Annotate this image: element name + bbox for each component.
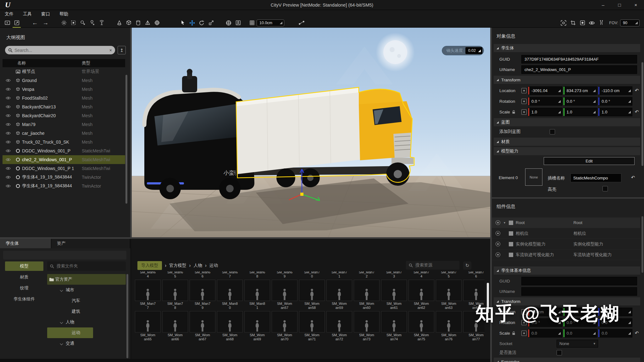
tree-item-交通[interactable]: 交通 <box>47 338 126 349</box>
asset-item[interactable]: SM_Woman71 <box>299 311 325 341</box>
outliner-row[interactable]: Man79Mesh <box>3 120 125 129</box>
asset-item[interactable]: SM_Woman59 <box>326 280 352 310</box>
chevron-down-icon[interactable] <box>60 342 63 345</box>
scale-tool-icon[interactable] <box>206 19 216 27</box>
asset-thumbnail[interactable] <box>162 311 188 332</box>
spinner-handle-icon[interactable] <box>628 89 631 92</box>
outliner-row[interactable]: DGDC_Windows_001_P 1StaticMeshTwi <box>3 164 125 173</box>
outliner-row[interactable]: 孪生体4_19_19_5843844TwinActor <box>3 182 125 190</box>
component-row[interactable]: 车流轨迹可视化能力车流轨迹可视化能力 <box>492 250 640 260</box>
comp-uiname-field[interactable] <box>521 287 637 296</box>
transform-field[interactable]: 1.0 <box>563 108 597 116</box>
outliner-row[interactable]: BackyardChair13Mesh <box>3 102 125 111</box>
asset-item[interactable]: SM_Woman68 <box>217 311 243 341</box>
reset-icon[interactable]: ↶ <box>633 88 640 93</box>
comp-guid-field[interactable] <box>521 277 637 285</box>
sun-icon[interactable] <box>59 19 69 27</box>
uiname-field[interactable]: che2_2_Windows_001_P <box>521 65 637 74</box>
highlight-checkbox[interactable] <box>602 186 608 191</box>
spline-tool-icon[interactable] <box>297 19 306 27</box>
zoom-snap-icon[interactable] <box>78 19 87 27</box>
eye-icon[interactable] <box>6 96 11 100</box>
move-tool-icon[interactable] <box>187 19 197 27</box>
asset-item[interactable]: SM_Man67 <box>217 272 243 278</box>
asset-thumbnail[interactable] <box>190 311 215 332</box>
asset-item[interactable]: SM_Man70 <box>299 272 325 278</box>
transform-field[interactable]: 1.0 <box>528 108 562 116</box>
nav-item-纹理[interactable]: 纹理 <box>5 283 43 293</box>
socket-dropdown[interactable]: None▾ <box>557 340 598 348</box>
asset-thumbnail[interactable] <box>381 311 407 332</box>
asset-thumbnail[interactable] <box>299 280 325 301</box>
asset-thumbnail[interactable] <box>272 311 297 332</box>
eye-icon[interactable] <box>6 87 11 91</box>
eye-icon[interactable] <box>6 79 11 82</box>
person-box-icon[interactable] <box>233 19 243 27</box>
asset-item[interactable]: SM_Man72 <box>354 272 380 278</box>
camera-speed-control[interactable]: 镜头速度 0.02 <box>442 46 484 55</box>
eye-icon[interactable] <box>6 158 11 162</box>
tab-asset[interactable]: 资产 <box>51 239 130 248</box>
eye-icon[interactable] <box>6 175 11 179</box>
spinner-handle-icon[interactable] <box>558 332 561 335</box>
measure-pins-icon[interactable] <box>597 19 606 27</box>
activate-checkbox[interactable] <box>557 350 562 355</box>
viewport-mode-icon[interactable] <box>3 19 12 27</box>
asset-item[interactable]: SM_Man80 <box>217 280 243 310</box>
crop-icon[interactable] <box>568 19 578 27</box>
outliner-search-input[interactable]: Search... × <box>5 46 115 54</box>
asset-item[interactable]: SM_Woman69 <box>244 311 270 341</box>
panel-splitter-left[interactable] <box>130 28 132 237</box>
sphere-primitive-icon[interactable] <box>152 19 162 27</box>
asset-search-input[interactable]: 搜索资源 <box>406 261 459 270</box>
outliner-scrollbar[interactable] <box>125 75 127 204</box>
tab-twin[interactable]: 孪生体 <box>0 239 51 248</box>
reset-icon[interactable]: ↶ <box>633 109 640 115</box>
eye-icon[interactable] <box>495 231 501 236</box>
asset-thumbnail[interactable] <box>190 280 215 301</box>
asset-item[interactable]: SM_Woman65 <box>135 311 161 341</box>
transform-field[interactable]: 0.0 ° <box>563 97 597 106</box>
anchor-icon[interactable] <box>521 99 527 104</box>
asset-item[interactable]: SM_Woman58 <box>299 280 325 310</box>
asset-item[interactable]: SM_Woman66 <box>162 311 188 341</box>
minimize-button[interactable]: – <box>595 0 611 10</box>
asset-item[interactable]: SM_Man69 <box>272 272 297 278</box>
asset-item[interactable]: SM_Man78 <box>162 280 188 310</box>
eye-icon[interactable] <box>6 184 11 188</box>
guid-field[interactable]: 377D9F1748D634F9A184529AF3184AF <box>521 55 637 63</box>
nav-item-孪生体组件[interactable]: 孪生体组件 <box>5 294 43 304</box>
reset-icon[interactable]: ↶ <box>633 330 640 336</box>
pyramid-primitive-icon[interactable] <box>143 19 152 27</box>
chevron-down-icon[interactable] <box>60 321 63 324</box>
eye-icon[interactable] <box>6 167 11 170</box>
asset-item[interactable]: SM_Woman57 <box>272 280 297 310</box>
asset-thumbnail[interactable] <box>436 280 462 301</box>
outliner-row[interactable]: Truck_02_Truck_03_SKMesh <box>3 138 125 146</box>
anchor-icon[interactable] <box>521 109 527 115</box>
globe-icon[interactable] <box>224 19 233 27</box>
menu-item-1[interactable]: 工具 <box>18 11 36 17</box>
section-transform[interactable]: Transform <box>494 76 640 84</box>
transform-field[interactable]: 834.273 cm <box>563 86 597 95</box>
section-twin-basic[interactable]: 孪生体基本信息 <box>494 266 640 275</box>
grid-icon[interactable] <box>247 19 257 27</box>
expand-caret-icon[interactable]: ▾ <box>504 221 509 224</box>
eye-icon[interactable] <box>495 241 501 247</box>
eye-icon[interactable] <box>6 149 11 153</box>
asset-item[interactable]: SM_Woman75 <box>408 311 434 341</box>
outliner-row[interactable]: car_jiaocheMesh <box>3 129 125 138</box>
outliner-row[interactable]: BackyardChair20Mesh <box>3 111 125 120</box>
asset-item[interactable]: SM_Man74 <box>408 272 434 278</box>
asset-thumbnail[interactable] <box>244 280 270 301</box>
signal-icon[interactable] <box>97 19 106 27</box>
cube-primitive-icon[interactable] <box>124 19 133 27</box>
outliner-row[interactable]: 孪生体4_19_19_5843844TwinActor <box>3 173 125 182</box>
menu-item-0[interactable]: 文件 <box>0 11 18 17</box>
transform-field[interactable]: -3091.04 <box>528 86 562 95</box>
back-arrow-icon[interactable]: ← <box>30 19 40 26</box>
breadcrumb-item[interactable]: 人物 <box>194 263 202 268</box>
transform-field[interactable]: 0.0 ° <box>598 97 632 106</box>
component-row[interactable]: 实例化模型能力实例化模型能力 <box>492 239 640 250</box>
outliner-row[interactable]: 根节点世界场景 <box>3 67 125 76</box>
